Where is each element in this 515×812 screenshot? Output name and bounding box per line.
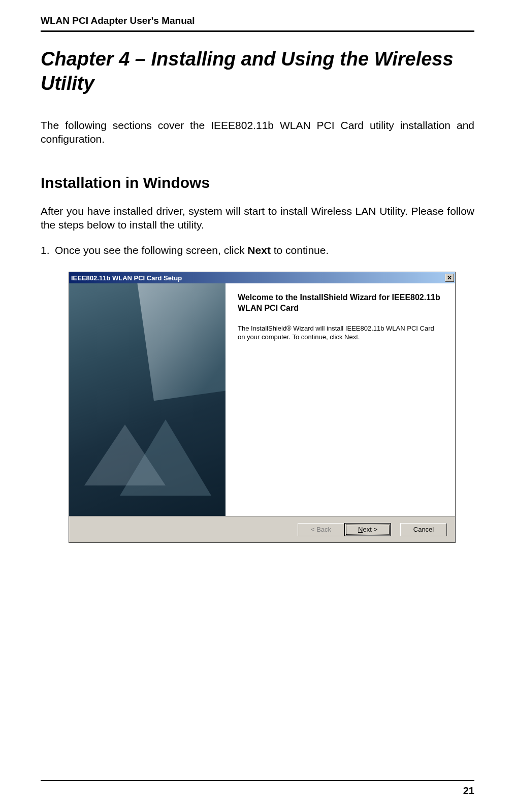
install-wizard-window: IEEE802.11b WLAN PCI Card Setup ✕ Welcom… (69, 272, 456, 543)
back-button: < Back (298, 523, 344, 536)
titlebar[interactable]: IEEE802.11b WLAN PCI Card Setup ✕ (69, 272, 455, 283)
wizard-body: Welcome to the InstallShield Wizard for … (69, 283, 455, 516)
next-button-label: Next > (358, 526, 377, 533)
header-divider (41, 30, 474, 32)
footer-divider (41, 780, 474, 781)
step-number: 1. (41, 244, 50, 256)
back-button-label: < Back (311, 526, 331, 533)
window-title: IEEE802.11b WLAN PCI Card Setup (71, 274, 182, 282)
cancel-button[interactable]: Cancel (400, 523, 447, 536)
welcome-body: The InstallShield® Wizard will install I… (238, 324, 441, 342)
cancel-button-label: Cancel (413, 526, 434, 533)
step-1: 1. Once you see the following screen, cl… (41, 244, 474, 256)
wizard-content: Welcome to the InstallShield Wizard for … (226, 283, 455, 516)
chapter-title: Chapter 4 – Installing and Using the Wir… (41, 47, 474, 95)
wizard-sidebar-image (69, 283, 226, 516)
next-button[interactable]: Next > (344, 523, 391, 536)
close-button[interactable]: ✕ (445, 274, 454, 282)
section-heading: Installation in Windows (41, 174, 474, 191)
section-body: After you have installed driver, system … (41, 204, 474, 232)
welcome-heading: Welcome to the InstallShield Wizard for … (238, 293, 441, 314)
step-bold: Next (247, 244, 271, 256)
chapter-intro: The following sections cover the IEEE802… (41, 118, 474, 146)
close-icon: ✕ (447, 275, 452, 281)
wizard-footer: < Back Next > Cancel (69, 516, 455, 542)
step-text-after: to continue. (271, 244, 329, 256)
page-number: 21 (41, 785, 474, 797)
manual-title: WLAN PCI Adapter User's Manual (41, 15, 474, 26)
step-text-before: Once you see the following screen, click (55, 244, 247, 256)
